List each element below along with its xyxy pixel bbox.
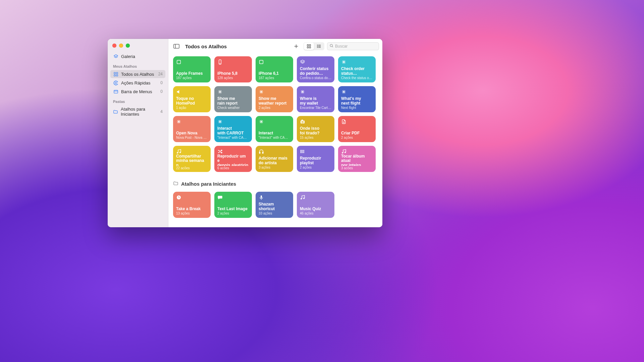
shortcut-card[interactable]: Shazam shortcut33 ações xyxy=(256,192,293,218)
shortcut-card[interactable]: Apple Frames187 ações xyxy=(173,56,211,82)
sidebar-item-menu-bar[interactable]: Barra de Menus 0 xyxy=(110,87,165,96)
shortcut-title: Music Quiz xyxy=(300,207,331,211)
shortcut-title: iPhone 6,1 xyxy=(259,71,290,76)
page-title: Todos os Atalhos xyxy=(185,44,227,49)
shortcut-card[interactable]: Criar PDF2 ações xyxy=(338,116,376,142)
shortcut-card[interactable]: iPhone 6,1187 ações xyxy=(256,56,293,82)
shortcut-subtitle: 13 ações xyxy=(176,212,208,215)
sidebar-item-gallery[interactable]: Galeria xyxy=(110,52,165,60)
shortcut-card[interactable]: What's my next flightNext flight xyxy=(338,86,376,112)
shortcut-card[interactable]: Toque no HomePod1 ação xyxy=(173,86,211,112)
sidebar-item-count: 0 xyxy=(160,89,163,94)
shortcut-card[interactable]: Interact with CARROT"Interact" with CARR… xyxy=(214,116,252,142)
shortcut-subtitle: 46 ações xyxy=(300,212,331,215)
music-icon xyxy=(176,149,208,154)
shortcut-card[interactable]: Interact"Interact" with CARROT xyxy=(256,116,293,142)
search-field[interactable] xyxy=(327,42,379,50)
shortcut-card[interactable]: Reproduzir playlist2 ações xyxy=(297,146,334,172)
shortcut-title: Reproduzir um e depois aleatório xyxy=(217,154,249,166)
shortcut-title: Adicionar mais do artista xyxy=(259,156,290,165)
sparkle-icon xyxy=(341,59,373,65)
svg-rect-61 xyxy=(302,120,303,121)
shortcut-card[interactable]: Compartilhar minha semana n…22 ações xyxy=(173,146,211,172)
new-shortcut-button[interactable] xyxy=(291,42,301,50)
shortcut-title: Check order status… xyxy=(341,67,373,76)
shortcut-card[interactable]: Text Last Image2 ações xyxy=(214,192,252,218)
sparkle-icon xyxy=(300,89,331,95)
fullscreen-window-button[interactable] xyxy=(126,44,130,48)
shortcut-title: Take a Break xyxy=(176,207,208,211)
search-input[interactable] xyxy=(335,44,377,49)
shortcut-title: Toque no HomePod xyxy=(176,97,208,106)
list-view-button[interactable] xyxy=(314,43,324,50)
shortcut-subtitle: 2 ações xyxy=(300,166,331,169)
svg-rect-7 xyxy=(174,44,179,48)
sparkle-icon xyxy=(217,119,249,125)
svg-point-66 xyxy=(301,150,301,151)
shortcut-subtitle: 187 ações xyxy=(259,76,290,80)
shortcut-subtitle: 128 ações xyxy=(217,76,249,80)
sidebar-list: Galeria Meus Atalhos Todos os Atalhos 24… xyxy=(108,48,168,118)
minimize-window-button[interactable] xyxy=(119,44,123,48)
shortcut-card[interactable]: Show me weather report2 ações xyxy=(256,86,293,112)
shortcut-title: Show me rain report xyxy=(217,97,249,106)
headphones-icon xyxy=(259,149,290,155)
sidebar: Galeria Meus Atalhos Todos os Atalhos 24… xyxy=(108,39,168,227)
shortcut-subtitle: 2 ações xyxy=(341,136,373,139)
view-toggle xyxy=(304,42,324,50)
clock-icon xyxy=(176,195,208,201)
folder-section-header[interactable]: Atalhos para Iniciantes xyxy=(173,181,378,187)
shortcut-title: Conferir status do pedido… xyxy=(300,67,331,76)
sidebar-folder-beginners[interactable]: Atalhos para Iniciantes 4 xyxy=(110,105,165,118)
shortcut-card[interactable]: Where is my walletEncontrar Tile Carteir… xyxy=(297,86,334,112)
main-area: Todos os Atalhos Apple Frames xyxy=(168,39,382,227)
layers-icon xyxy=(300,59,331,65)
sidebar-item-quick-actions[interactable]: Ações Rápidas 0 xyxy=(110,79,165,87)
shortcut-subtitle: 15 ações xyxy=(300,136,331,139)
sidebar-item-all-shortcuts[interactable]: Todos os Atalhos 24 xyxy=(110,70,165,78)
mic-icon xyxy=(259,195,290,201)
shortcut-card[interactable]: Open NovaNova Post - Nova Post xyxy=(173,116,211,142)
grid-view-button[interactable] xyxy=(304,43,314,50)
svg-rect-5 xyxy=(114,90,117,93)
shortcut-subtitle: Confira o status dos s… xyxy=(300,76,331,80)
shortcut-card[interactable]: Reproduzir um e depois aleatório6 ações xyxy=(214,146,252,172)
svg-rect-59 xyxy=(301,121,305,124)
shortcut-card[interactable]: iPhone 5,8128 ações xyxy=(214,56,252,82)
shortcut-subtitle: 6 ações xyxy=(217,166,249,169)
shortcut-subtitle: 2 ações xyxy=(217,212,249,215)
folder-icon xyxy=(173,181,178,187)
shortcut-card[interactable]: Check order status…Check the status of y… xyxy=(338,56,376,82)
sidebar-item-label: Barra de Menus xyxy=(121,89,152,94)
shortcut-card[interactable]: Take a Break13 ações xyxy=(173,192,211,218)
music-icon xyxy=(300,195,331,201)
shortcut-title: What's my next flight xyxy=(341,97,373,106)
svg-rect-11 xyxy=(307,45,309,46)
shortcut-card[interactable]: Show me rain reportCheck weather xyxy=(214,86,252,112)
shortcut-card[interactable]: Onde isso foi tirado?15 ações xyxy=(297,116,334,142)
toggle-sidebar-button[interactable] xyxy=(172,42,181,50)
svg-rect-1 xyxy=(116,72,117,73)
square-icon xyxy=(176,59,208,65)
search-icon xyxy=(329,43,334,49)
shortcut-card[interactable]: Music Quiz46 ações xyxy=(297,192,334,218)
square-icon xyxy=(259,59,290,65)
shortcut-card[interactable]: Tocar álbum atual por inteiro3 ações xyxy=(338,146,376,172)
svg-rect-26 xyxy=(260,60,263,64)
gear-icon xyxy=(113,80,118,85)
sidebar-item-label: Ações Rápidas xyxy=(121,80,150,85)
sparkle-icon xyxy=(176,119,208,125)
sidebar-category: Pastas xyxy=(110,96,165,105)
list-icon xyxy=(300,149,331,155)
shortcut-subtitle: 3 ações xyxy=(259,166,290,169)
sparkle-icon xyxy=(217,89,249,95)
content-scroll[interactable]: Apple Frames187 açõesiPhone 5,8128 ações… xyxy=(168,54,382,227)
window-controls xyxy=(108,39,168,48)
shortcut-subtitle: 2 ações xyxy=(259,106,290,110)
svg-rect-73 xyxy=(261,195,262,198)
shortcut-card[interactable]: Conferir status do pedido…Confira o stat… xyxy=(297,56,334,82)
shortcut-card[interactable]: Adicionar mais do artista3 ações xyxy=(256,146,293,172)
shortcut-subtitle: Nova Post - Nova Post xyxy=(176,136,208,139)
shortcut-title: Where is my wallet xyxy=(300,97,331,106)
close-window-button[interactable] xyxy=(112,44,116,48)
